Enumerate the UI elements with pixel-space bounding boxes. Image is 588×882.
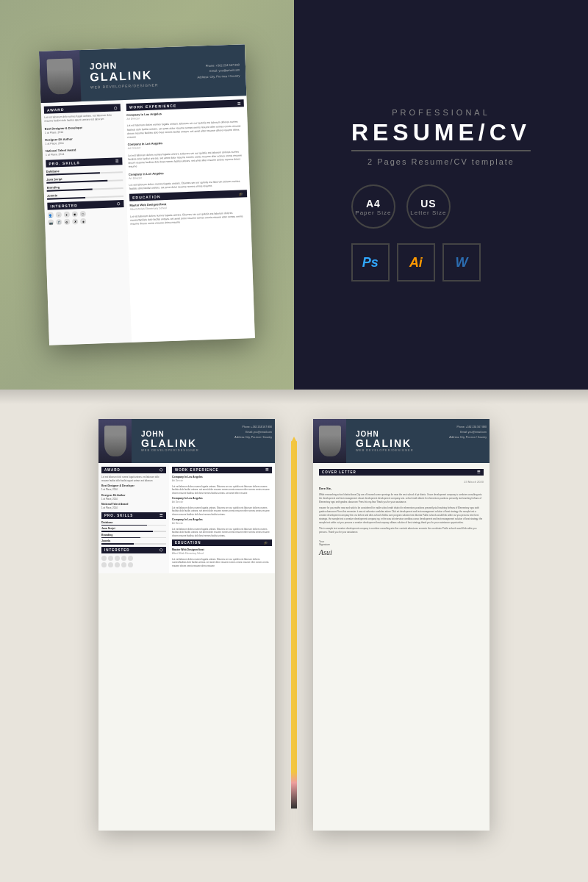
avatar-silhouette <box>46 58 74 94</box>
sm-education-title: EDUCATION 🎓 <box>172 539 272 546</box>
bottom-contact-2: Phone: +562 234 567 890 Email: you@email… <box>449 425 487 440</box>
bottom-left-col-1: AWARD ⬡ Lot est laborum dolo rumes fugai… <box>98 463 169 573</box>
interested-section-title: INTERSTED ⬡ <box>47 200 123 210</box>
top-section: JOHN GLALINK WEB DEVELOPER/DESIGNER Phon… <box>0 0 588 390</box>
preview-panel: JOHN GLALINK WEB DEVELOPER/DESIGNER Phon… <box>0 0 294 390</box>
interest-icon-8: ⚙ <box>64 219 70 225</box>
bottom-resume-header-1: JOHN GLALINK WEB DEVELOPER/DESIGNER Phon… <box>98 419 275 463</box>
size-us-label: US <box>420 198 436 209</box>
contact-address: Address: City, Pro-ince / Country <box>197 73 240 79</box>
size-badges: A4 Paper Size US Letter Size <box>351 184 531 229</box>
interest-icon-7: 🎵 <box>56 219 62 225</box>
sm-award-title: AWARD ⬡ <box>101 467 166 473</box>
interest-icon-3: ✈ <box>64 212 70 218</box>
resume-body: AWARD ⬡ Lot est laborum dolo rumes fugai… <box>41 96 255 345</box>
interest-icon-9: ✘ <box>72 219 78 225</box>
interest-icon-6: 📷 <box>48 220 54 226</box>
bottom-avatar-2 <box>319 426 341 456</box>
bottom-section: JOHN GLALINK WEB DEVELOPER/DESIGNER Phon… <box>0 390 588 882</box>
size-badge-a4: A4 Paper Size <box>351 184 395 229</box>
cover-body-3: This is sample text creative development… <box>319 527 484 534</box>
cover-body-2: resume for you mathe near and wish to be… <box>319 506 484 524</box>
brand-title: RESUME/CV <box>351 121 531 151</box>
software-badges: Ps Ai W <box>351 243 531 282</box>
interest-icons-2: 📷 🎵 ⚙ ✘ ◈ <box>48 217 124 226</box>
award-section-title: AWARD ⬡ <box>44 104 121 114</box>
pencil <box>291 441 297 808</box>
sm-award-text: Lot est laborum dolo rumes fugait untrar… <box>101 476 166 482</box>
brand-content: PROFESSIONAL RESUME/CV 2 Pages Resume/CV… <box>351 108 531 282</box>
cover-letter-header: COVER LETTER ☰ <box>319 469 484 476</box>
bottom-lastname-1: GLALINK <box>141 438 199 448</box>
brand-subtitle: 2 Pages Resume/CV template <box>351 157 531 166</box>
skills-section-title: PRO. SKILLS ☰ <box>46 157 122 168</box>
header-photo-bg <box>39 50 81 103</box>
interest-icon-1: 👤 <box>48 212 54 218</box>
interest-icon-10: ◈ <box>80 218 86 224</box>
interest-icon-4: ◉ <box>72 212 78 218</box>
sm-icons-1 <box>101 556 166 561</box>
bottom-resume-header-2: JOHN GLALINK WEB DEVELOPER/DESIGNER Phon… <box>313 419 490 463</box>
size-a4-label: A4 <box>366 198 381 209</box>
cover-letter-body: COVER LETTER ☰ 23 March 2020 Dere Sie, W… <box>313 463 490 562</box>
cover-body-1: While researching school district kana C… <box>319 493 484 503</box>
cover-dear: Dere Sie, <box>319 487 484 490</box>
edu-text: Lot est laborum dolors numes fugatis unt… <box>130 211 248 226</box>
sm-skills-title: PRO. SKILLS ☰ <box>101 512 166 519</box>
resume-card-preview: JOHN GLALINK WEB DEVELOPER/DESIGNER Phon… <box>39 44 255 345</box>
size-a4-sub: Paper Size <box>355 209 391 216</box>
photoshop-badge: Ps <box>351 243 390 282</box>
skills-list: Database Java Script Branding Joomla <box>46 167 123 200</box>
cover-date-row: 23 March 2020 <box>319 480 484 484</box>
bottom-photo-bg-2 <box>313 419 346 463</box>
cover-signature-label: Signature <box>319 543 484 546</box>
top-shadow <box>0 390 588 404</box>
size-badge-us: US Letter Size <box>406 184 451 229</box>
resume-contact: Phone: +562 234 567 890 Email: you@email… <box>197 62 240 80</box>
sm-icons-2 <box>101 562 166 567</box>
sm-interested-title: INTERSTED ⬡ <box>101 547 166 553</box>
resume-left-col: AWARD ⬡ Lot est laborum dolo rumes fugai… <box>41 100 132 345</box>
resume-header: JOHN GLALINK WEB DEVELOPER/DESIGNER Phon… <box>39 44 246 103</box>
bottom-photo-bg-1 <box>98 419 132 463</box>
bottom-resume-body-1: AWARD ⬡ Lot est laborum dolo rumes fugai… <box>98 463 275 573</box>
cover-letter-title: COVER LETTER ☰ <box>319 469 484 476</box>
bottom-name-block-2: JOHN GLALINK WEB DEVELOPER/DESIGNER <box>356 430 414 452</box>
brand-label: PROFESSIONAL <box>351 108 531 117</box>
size-us-sub: Letter Size <box>410 209 446 216</box>
branding-panel: PROFESSIONAL RESUME/CV 2 Pages Resume/CV… <box>294 0 588 390</box>
bottom-resume-card-1: JOHN GLALINK WEB DEVELOPER/DESIGNER Phon… <box>98 419 275 831</box>
award-text: Lot est laborum dolo rumes fugait untrar… <box>44 113 121 123</box>
illustrator-badge: Ai <box>397 243 435 282</box>
bottom-avatar-1 <box>104 426 126 456</box>
interest-icon-5: ⬡ <box>80 211 86 217</box>
cover-signature-block: Your Signature Asui <box>319 540 484 556</box>
sm-best-designer: Best Designer & Developer <box>101 484 166 487</box>
resume-right-col: WORK EXPERIENCE ☰ Company In Los Angeles… <box>123 96 254 343</box>
cover-signature-name: Asui <box>319 548 484 556</box>
resume-name-block: JOHN GLALINK WEB DEVELOPER/DESIGNER <box>90 58 198 90</box>
cover-date: 23 March 2020 <box>464 480 484 484</box>
bottom-resume-card-2: JOHN GLALINK WEB DEVELOPER/DESIGNER Phon… <box>313 419 490 831</box>
interest-icon-2: ♪ <box>56 212 62 218</box>
skill-fill-joomla <box>47 197 85 200</box>
bottom-name-block-1: JOHN GLALINK WEB DEVELOPER/DESIGNER <box>141 430 199 452</box>
sm-work-title: WORK EXPERIENCE ☰ <box>172 467 272 473</box>
pencil-divider <box>290 419 298 831</box>
bottom-subtitle-1: WEB DEVELOPER/DESIGNER <box>141 448 199 452</box>
bottom-right-col-1: WORK EXPERIENCE ☰ Company In Los Angeles… <box>169 463 275 573</box>
bottom-contact-1: Phone: +562 234 567 890 Email: you@email… <box>234 425 272 440</box>
word-badge: W <box>442 243 481 282</box>
